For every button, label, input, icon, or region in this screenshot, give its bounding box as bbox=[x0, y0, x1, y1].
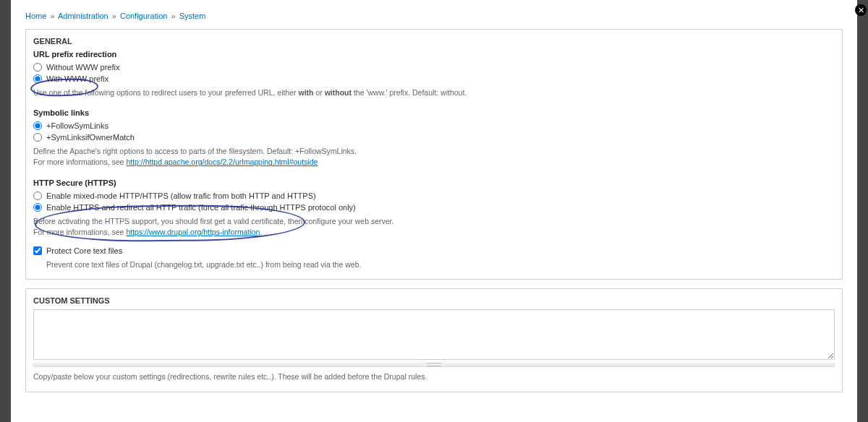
checkbox-protect-core-input[interactable] bbox=[33, 246, 42, 255]
radio-https-force[interactable]: Enable HTTPS and redirect all HTTP trafi… bbox=[33, 203, 835, 212]
radio-https-mixed[interactable]: Enable mixed-mode HTTP/HTTPS (allow traf… bbox=[33, 191, 835, 200]
radio-with-www-label: With WWW prefix bbox=[46, 74, 109, 83]
breadcrumb-configuration[interactable]: Configuration bbox=[120, 12, 167, 20]
breadcrumb: Home » Administration » Configuration » … bbox=[25, 12, 843, 20]
breadcrumb-home[interactable]: Home bbox=[25, 12, 46, 20]
radio-without-www-input[interactable] bbox=[33, 63, 42, 72]
https-help: Before activating the HTTPS support, you… bbox=[33, 216, 835, 238]
custom-settings-help: Copy/paste below your custom settings (r… bbox=[33, 371, 835, 382]
general-panel: GENERAL URL prefix redirection Without W… bbox=[25, 29, 843, 280]
url-prefix-header: URL prefix redirection bbox=[33, 50, 835, 59]
radio-with-www-input[interactable] bbox=[33, 74, 42, 83]
radio-symlinks-owner[interactable]: +SymLinksifOwnerMatch bbox=[33, 133, 835, 142]
url-prefix-help: Use one of the following options to redi… bbox=[33, 87, 835, 98]
custom-settings-panel: CUSTOM SETTINGS Copy/paste below your cu… bbox=[25, 288, 843, 392]
checkbox-protect-core[interactable]: Protect Core text files bbox=[33, 246, 835, 255]
https-doc-link[interactable]: https://www.drupal.org/https-information bbox=[126, 228, 260, 236]
breadcrumb-sep: » bbox=[171, 12, 175, 20]
protect-core-help: Prevent core text files of Drupal (chang… bbox=[46, 259, 835, 270]
breadcrumb-system[interactable]: System bbox=[179, 12, 206, 20]
radio-follow-symlinks-input[interactable] bbox=[33, 121, 42, 130]
symlinks-help: Define the Apache's right options to acc… bbox=[33, 146, 835, 168]
textarea-resize-handle[interactable] bbox=[33, 363, 835, 367]
symlinks-header: Symbolic links bbox=[33, 108, 835, 117]
radio-symlinks-owner-input[interactable] bbox=[33, 133, 42, 142]
breadcrumb-administration[interactable]: Administration bbox=[58, 12, 109, 20]
radio-without-www[interactable]: Without WWW prefix bbox=[33, 63, 835, 72]
radio-with-www[interactable]: With WWW prefix bbox=[33, 74, 835, 83]
general-title: GENERAL bbox=[26, 30, 842, 50]
breadcrumb-sep: » bbox=[50, 12, 54, 20]
symlinks-doc-link[interactable]: http://httpd.apache.org/docs/2.2/urlmapp… bbox=[126, 158, 318, 166]
radio-symlinks-owner-label: +SymLinksifOwnerMatch bbox=[46, 133, 135, 142]
custom-settings-textarea[interactable] bbox=[33, 309, 835, 360]
radio-https-force-label: Enable HTTPS and redirect all HTTP trafi… bbox=[46, 203, 356, 212]
breadcrumb-sep: » bbox=[112, 12, 116, 20]
radio-follow-symlinks[interactable]: +FollowSymLinks bbox=[33, 121, 835, 130]
radio-follow-symlinks-label: +FollowSymLinks bbox=[46, 121, 109, 130]
custom-settings-title: CUSTOM SETTINGS bbox=[26, 289, 842, 309]
radio-https-force-input[interactable] bbox=[33, 203, 42, 212]
close-icon[interactable]: ✕ bbox=[855, 4, 867, 16]
radio-https-mixed-label: Enable mixed-mode HTTP/HTTPS (allow traf… bbox=[46, 191, 316, 200]
checkbox-protect-core-label: Protect Core text files bbox=[46, 246, 122, 255]
radio-without-www-label: Without WWW prefix bbox=[46, 63, 119, 72]
https-header: HTTP Secure (HTTPS) bbox=[33, 178, 835, 187]
radio-https-mixed-input[interactable] bbox=[33, 191, 42, 200]
